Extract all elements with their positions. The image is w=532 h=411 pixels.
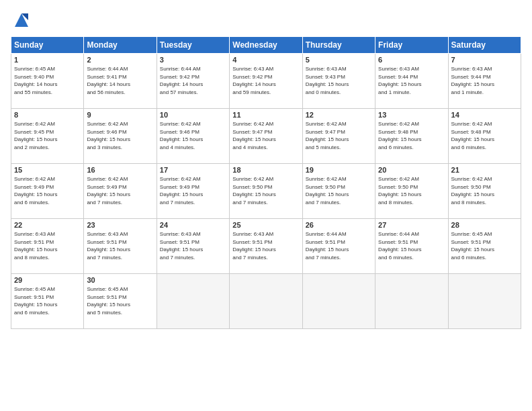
day-info: Sunrise: 6:45 AM Sunset: 9:51 PM Dayligh… <box>451 230 518 261</box>
day-info: Sunrise: 6:42 AM Sunset: 9:47 PM Dayligh… <box>232 120 299 151</box>
logo <box>11 11 31 30</box>
day-number: 17 <box>160 166 226 174</box>
calendar-day-cell: 2Sunrise: 6:44 AM Sunset: 9:41 PM Daylig… <box>84 54 157 109</box>
weekday-header: Tuesday <box>157 37 229 54</box>
calendar-day-cell <box>448 274 521 329</box>
day-number: 3 <box>160 56 226 64</box>
day-info: Sunrise: 6:44 AM Sunset: 9:41 PM Dayligh… <box>87 65 153 96</box>
header <box>11 11 521 30</box>
day-number: 30 <box>87 276 153 284</box>
day-info: Sunrise: 6:42 AM Sunset: 9:48 PM Dayligh… <box>451 120 518 151</box>
day-info: Sunrise: 6:42 AM Sunset: 9:49 PM Dayligh… <box>160 175 226 206</box>
day-number: 8 <box>14 111 81 119</box>
day-number: 18 <box>232 166 299 174</box>
calendar-day-cell: 6Sunrise: 6:43 AM Sunset: 9:44 PM Daylig… <box>375 54 448 109</box>
day-info: Sunrise: 6:42 AM Sunset: 9:48 PM Dayligh… <box>378 120 445 151</box>
calendar-day-cell <box>375 274 448 329</box>
day-info: Sunrise: 6:42 AM Sunset: 9:46 PM Dayligh… <box>160 120 226 151</box>
day-number: 6 <box>378 56 445 64</box>
calendar-day-cell: 17Sunrise: 6:42 AM Sunset: 9:49 PM Dayli… <box>157 164 229 219</box>
day-number: 26 <box>306 221 372 229</box>
day-info: Sunrise: 6:45 AM Sunset: 9:40 PM Dayligh… <box>14 65 81 96</box>
logo-icon <box>12 11 31 30</box>
day-info: Sunrise: 6:42 AM Sunset: 9:50 PM Dayligh… <box>306 175 372 206</box>
calendar-day-cell <box>157 274 229 329</box>
page: SundayMondayTuesdayWednesdayThursdayFrid… <box>0 0 532 411</box>
calendar-day-cell: 22Sunrise: 6:43 AM Sunset: 9:51 PM Dayli… <box>11 219 84 274</box>
day-number: 13 <box>378 111 445 119</box>
calendar-day-cell: 13Sunrise: 6:42 AM Sunset: 9:48 PM Dayli… <box>375 109 448 164</box>
day-number: 9 <box>87 111 153 119</box>
weekday-header: Saturday <box>448 37 521 54</box>
calendar-day-cell: 18Sunrise: 6:42 AM Sunset: 9:50 PM Dayli… <box>230 164 302 219</box>
day-number: 7 <box>451 56 518 64</box>
weekday-header: Friday <box>375 37 448 54</box>
calendar-week-row: 29Sunrise: 6:45 AM Sunset: 9:51 PM Dayli… <box>11 274 521 329</box>
day-info: Sunrise: 6:44 AM Sunset: 9:51 PM Dayligh… <box>378 230 445 261</box>
day-info: Sunrise: 6:43 AM Sunset: 9:43 PM Dayligh… <box>306 65 372 96</box>
day-info: Sunrise: 6:43 AM Sunset: 9:44 PM Dayligh… <box>378 65 445 96</box>
calendar-week-row: 15Sunrise: 6:42 AM Sunset: 9:49 PM Dayli… <box>11 164 521 219</box>
calendar-day-cell: 19Sunrise: 6:42 AM Sunset: 9:50 PM Dayli… <box>302 164 375 219</box>
day-info: Sunrise: 6:42 AM Sunset: 9:50 PM Dayligh… <box>232 175 299 206</box>
calendar-day-cell: 8Sunrise: 6:42 AM Sunset: 9:45 PM Daylig… <box>11 109 84 164</box>
day-info: Sunrise: 6:43 AM Sunset: 9:44 PM Dayligh… <box>451 65 518 96</box>
calendar-day-cell: 23Sunrise: 6:43 AM Sunset: 9:51 PM Dayli… <box>84 219 157 274</box>
day-info: Sunrise: 6:42 AM Sunset: 9:49 PM Dayligh… <box>87 175 153 206</box>
calendar-day-cell: 11Sunrise: 6:42 AM Sunset: 9:47 PM Dayli… <box>230 109 302 164</box>
calendar-table: SundayMondayTuesdayWednesdayThursdayFrid… <box>11 36 521 329</box>
calendar-day-cell: 20Sunrise: 6:42 AM Sunset: 9:50 PM Dayli… <box>375 164 448 219</box>
day-info: Sunrise: 6:42 AM Sunset: 9:46 PM Dayligh… <box>87 120 153 151</box>
calendar-day-cell: 24Sunrise: 6:43 AM Sunset: 9:51 PM Dayli… <box>157 219 229 274</box>
day-info: Sunrise: 6:42 AM Sunset: 9:47 PM Dayligh… <box>306 120 372 151</box>
calendar-day-cell: 3Sunrise: 6:44 AM Sunset: 9:42 PM Daylig… <box>157 54 229 109</box>
day-number: 21 <box>451 166 518 174</box>
weekday-header: Thursday <box>302 37 375 54</box>
calendar-day-cell: 7Sunrise: 6:43 AM Sunset: 9:44 PM Daylig… <box>448 54 521 109</box>
day-number: 22 <box>14 221 81 229</box>
day-info: Sunrise: 6:43 AM Sunset: 9:42 PM Dayligh… <box>232 65 299 96</box>
day-number: 15 <box>14 166 81 174</box>
calendar-day-cell: 27Sunrise: 6:44 AM Sunset: 9:51 PM Dayli… <box>375 219 448 274</box>
day-number: 1 <box>14 56 81 64</box>
day-info: Sunrise: 6:42 AM Sunset: 9:50 PM Dayligh… <box>378 175 445 206</box>
calendar-day-cell: 28Sunrise: 6:45 AM Sunset: 9:51 PM Dayli… <box>448 219 521 274</box>
day-number: 10 <box>160 111 226 119</box>
day-info: Sunrise: 6:45 AM Sunset: 9:51 PM Dayligh… <box>14 285 81 316</box>
calendar-week-row: 1Sunrise: 6:45 AM Sunset: 9:40 PM Daylig… <box>11 54 521 109</box>
calendar-day-cell: 10Sunrise: 6:42 AM Sunset: 9:46 PM Dayli… <box>157 109 229 164</box>
calendar-week-row: 22Sunrise: 6:43 AM Sunset: 9:51 PM Dayli… <box>11 219 521 274</box>
day-number: 19 <box>306 166 372 174</box>
day-number: 23 <box>87 221 153 229</box>
calendar-day-cell <box>230 274 302 329</box>
calendar-header-row: SundayMondayTuesdayWednesdayThursdayFrid… <box>11 37 521 54</box>
calendar-day-cell: 29Sunrise: 6:45 AM Sunset: 9:51 PM Dayli… <box>11 274 84 329</box>
day-number: 29 <box>14 276 81 284</box>
calendar-day-cell: 5Sunrise: 6:43 AM Sunset: 9:43 PM Daylig… <box>302 54 375 109</box>
day-number: 12 <box>306 111 372 119</box>
day-info: Sunrise: 6:43 AM Sunset: 9:51 PM Dayligh… <box>232 230 299 261</box>
calendar-day-cell: 9Sunrise: 6:42 AM Sunset: 9:46 PM Daylig… <box>84 109 157 164</box>
calendar-day-cell: 16Sunrise: 6:42 AM Sunset: 9:49 PM Dayli… <box>84 164 157 219</box>
day-number: 25 <box>232 221 299 229</box>
day-info: Sunrise: 6:43 AM Sunset: 9:51 PM Dayligh… <box>14 230 81 261</box>
day-info: Sunrise: 6:43 AM Sunset: 9:51 PM Dayligh… <box>160 230 226 261</box>
day-number: 28 <box>451 221 518 229</box>
calendar-day-cell: 25Sunrise: 6:43 AM Sunset: 9:51 PM Dayli… <box>230 219 302 274</box>
calendar-day-cell: 14Sunrise: 6:42 AM Sunset: 9:48 PM Dayli… <box>448 109 521 164</box>
calendar-day-cell: 21Sunrise: 6:42 AM Sunset: 9:50 PM Dayli… <box>448 164 521 219</box>
day-number: 20 <box>378 166 445 174</box>
day-number: 27 <box>378 221 445 229</box>
calendar-day-cell <box>302 274 375 329</box>
day-number: 2 <box>87 56 153 64</box>
day-number: 4 <box>232 56 299 64</box>
day-info: Sunrise: 6:42 AM Sunset: 9:49 PM Dayligh… <box>14 175 81 206</box>
day-number: 5 <box>306 56 372 64</box>
day-number: 16 <box>87 166 153 174</box>
calendar-day-cell: 15Sunrise: 6:42 AM Sunset: 9:49 PM Dayli… <box>11 164 84 219</box>
calendar-day-cell: 30Sunrise: 6:45 AM Sunset: 9:51 PM Dayli… <box>84 274 157 329</box>
day-number: 14 <box>451 111 518 119</box>
day-info: Sunrise: 6:42 AM Sunset: 9:50 PM Dayligh… <box>451 175 518 206</box>
day-info: Sunrise: 6:42 AM Sunset: 9:45 PM Dayligh… <box>14 120 81 151</box>
day-info: Sunrise: 6:45 AM Sunset: 9:51 PM Dayligh… <box>87 285 153 316</box>
